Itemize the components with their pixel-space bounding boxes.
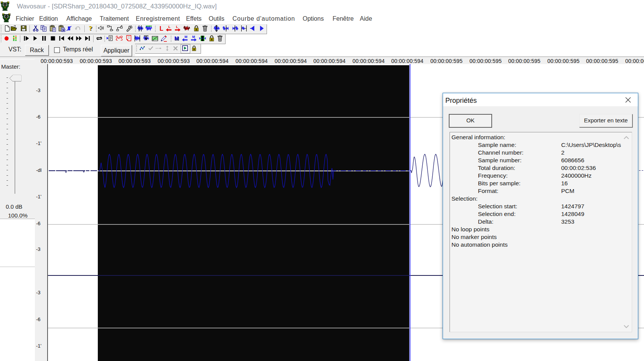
svg-text:L: L [160,25,163,32]
svg-text:M: M [184,35,188,39]
svg-text:M: M [192,35,195,39]
svg-text:L: L [176,25,178,29]
svg-text:M: M [175,35,179,41]
svg-text:L: L [168,25,171,29]
svg-text:?: ? [89,25,92,32]
